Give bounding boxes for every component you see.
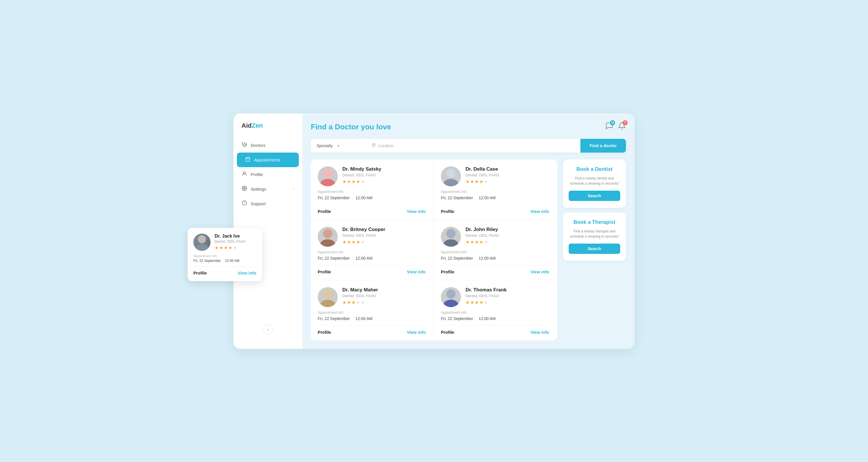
doctor-stars: ★★★★★ [342, 239, 426, 245]
sidebar-item-doctors[interactable]: Doctors [234, 138, 302, 153]
profile-button[interactable]: Profile [441, 330, 454, 335]
promo-description: Find a nearby therapist and schedule a c… [569, 229, 620, 239]
profile-button[interactable]: Profile [441, 269, 454, 274]
doctor-info: Dr. Macy Maher Dentist, DDS, FAAO ★★★★★ [342, 287, 426, 305]
profile-button[interactable]: Profile [318, 330, 331, 335]
notifications-icon-wrapper[interactable]: 7 [618, 122, 626, 132]
appt-time: 12:00 AM [355, 316, 372, 321]
promo-title: Book a Therapist [569, 219, 620, 225]
appt-info-label: Appointment info [441, 310, 549, 315]
doctor-card: Dr. Macy Maher Dentist, DDS, FAAO ★★★★★ … [311, 280, 434, 340]
main-content: Find a Doctor you love 12 [302, 113, 634, 349]
floating-avatar [193, 234, 211, 251]
sidebar-collapse: ‹ [234, 319, 302, 340]
promo-search-button[interactable]: Search [569, 243, 620, 254]
logo-part1: Aid [242, 122, 251, 129]
svg-point-17 [323, 229, 332, 238]
appt-datetime: Fri, 22 September 12:00 AM [441, 256, 549, 261]
promo-card-1: Book a Therapist Find a nearby therapist… [563, 212, 626, 261]
sidebar-item-appointments[interactable]: Appointments [237, 153, 299, 167]
sidebar-item-profile[interactable]: Profile [234, 167, 302, 182]
location-icon [372, 143, 376, 148]
floating-view-info-button[interactable]: View info [238, 270, 256, 275]
view-info-button[interactable]: View info [407, 330, 426, 335]
search-bar: Spesialty ▾ Location Find a doctor [311, 139, 626, 153]
messages-icon-wrapper[interactable]: 12 [605, 122, 613, 132]
doctor-top: Dr. Thomas Frank Dentist, DDS, FAAO ★★★★… [441, 287, 549, 307]
floating-doctor-specialty: Dentist, DDS, FAAO [215, 240, 246, 243]
svg-point-0 [198, 235, 206, 243]
location-input[interactable]: Location [366, 139, 577, 153]
svg-rect-3 [246, 158, 250, 161]
view-info-button[interactable]: View info [407, 269, 426, 274]
specialty-dropdown[interactable]: Spesialty ▾ [311, 139, 362, 152]
chevron-down-icon: ▾ [337, 143, 339, 148]
doctor-name: Dr. Mindy Satsky [342, 166, 426, 172]
profile-button[interactable]: Profile [441, 209, 454, 214]
messages-badge: 12 [610, 120, 615, 125]
promo-description: Find a nearby dentist and schedule a cle… [569, 176, 620, 186]
svg-point-22 [320, 300, 335, 307]
sidebar-item-settings[interactable]: Settings › [234, 182, 302, 196]
doctor-card: Dr. Britney Cooper Dentist, DDS, FAAO ★★… [311, 220, 434, 280]
floating-doctor-stars: ★ ★ ★ ★ ★ [215, 245, 246, 251]
appt-time: 12:00 AM [479, 256, 496, 261]
sidebar-support-label: Support [251, 201, 266, 206]
doctor-name: Dr. Macy Maher [342, 287, 426, 293]
doctor-name: Dr. John Riley [466, 227, 549, 232]
svg-point-19 [446, 229, 456, 238]
sidebar-appointments-label: Appointments [254, 158, 280, 162]
doctor-card: Dr. Della Case Dentist, DDS, FAAO ★★★★★ … [434, 159, 557, 220]
doctor-stars: ★★★★★ [466, 179, 549, 184]
svg-point-20 [443, 239, 458, 247]
appt-info-label: Appointment info [441, 250, 549, 254]
svg-point-1 [196, 244, 208, 251]
doctor-specialty: Dentist, DDS, FAAO [342, 173, 426, 177]
sidebar-item-support[interactable]: Support [234, 196, 302, 211]
promo-search-button[interactable]: Search [569, 191, 620, 201]
svg-point-15 [446, 169, 456, 178]
view-info-button[interactable]: View info [530, 269, 549, 274]
doctor-name: Dr. Britney Cooper [342, 227, 426, 232]
appt-info-label: Appointment info [318, 190, 426, 194]
appt-datetime: Fri, 22 September 12:00 AM [318, 196, 426, 200]
doctor-info: Dr. Mindy Satsky Dentist, DDS, FAAO ★★★★… [342, 166, 426, 184]
doctor-stars: ★★★★★ [466, 239, 549, 245]
doctor-specialty: Dentist, DDS, FAAO [342, 233, 426, 238]
collapse-button[interactable]: ‹ [263, 324, 273, 335]
view-info-button[interactable]: View info [530, 209, 549, 214]
svg-point-8 [244, 188, 245, 189]
stethoscope-icon [242, 142, 247, 148]
profile-button[interactable]: Profile [318, 269, 331, 274]
card-actions: Profile View info [318, 265, 426, 274]
header-icons: 12 7 [605, 122, 626, 132]
appt-info-label: Appointment info [441, 190, 549, 194]
floating-doctor-card: Dr. Jack Ive Dentist, DDS, FAAO ★ ★ ★ ★ … [188, 228, 262, 281]
sidebar-doctors-label: Doctors [251, 143, 266, 148]
appt-time: 12:00 AM [479, 316, 496, 321]
appt-date: Fri, 22 September [318, 196, 350, 200]
page-header: Find a Doctor you love 12 [311, 122, 626, 132]
floating-profile-button[interactable]: Profile [193, 270, 207, 275]
find-doctor-button[interactable]: Find a doctor [580, 139, 626, 153]
promo-card-0: Book a Dentist Find a nearby dentist and… [563, 159, 626, 208]
right-sidebar: Book a Dentist Find a nearby dentist and… [563, 159, 626, 340]
sidebar-profile-label: Profile [251, 172, 263, 177]
doctor-info: Dr. Britney Cooper Dentist, DDS, FAAO ★★… [342, 227, 426, 245]
doctor-stars: ★★★★★ [342, 179, 426, 184]
app-container: Dr. Jack Ive Dentist, DDS, FAAO ★ ★ ★ ★ … [234, 113, 634, 349]
view-info-button[interactable]: View info [530, 330, 549, 335]
doctor-avatar [441, 166, 461, 186]
page-title: Find a Doctor you love [311, 123, 391, 131]
svg-point-16 [443, 179, 458, 186]
doctors-grid: Dr. Mindy Satsky Dentist, DDS, FAAO ★★★★… [311, 159, 557, 340]
doctor-avatar [441, 287, 461, 307]
profile-button[interactable]: Profile [318, 209, 331, 214]
appt-time: 12:00 AM [355, 196, 372, 200]
svg-point-23 [446, 289, 456, 299]
view-info-button[interactable]: View info [407, 209, 426, 214]
floating-datetime: Fri, 22 September 12:00 AM [193, 259, 256, 263]
doctor-avatar [318, 166, 338, 186]
appt-date: Fri, 22 September [441, 316, 473, 321]
promo-title: Book a Dentist [569, 166, 620, 172]
